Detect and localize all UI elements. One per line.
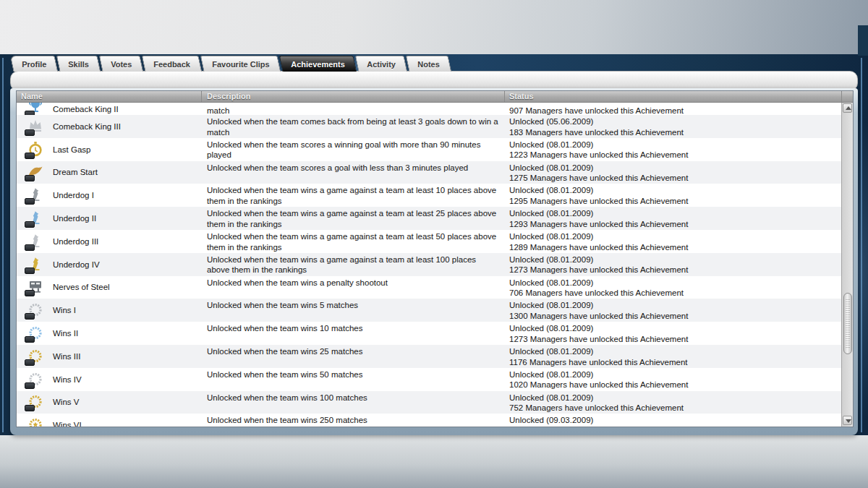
wing-icon (27, 163, 44, 181)
table-row[interactable]: Dream Start Unlocked when the team score… (17, 161, 841, 184)
achievement-description: match (202, 103, 505, 115)
achievement-name: Underdog II (53, 214, 96, 223)
table-row[interactable]: Comeback King II match 907 Managers have… (17, 103, 841, 115)
icon-language-badge (25, 382, 35, 389)
tab-achievements[interactable]: Achievements (279, 56, 357, 72)
tab-favourite-clips[interactable]: Favourite Clips (200, 56, 281, 72)
table-row[interactable]: Nerves of Steel Unlocked when the team w… (17, 276, 841, 299)
achievement-status: Unlocked (08.01.2009)706 Managers have u… (505, 276, 841, 299)
column-header-description[interactable]: Description (202, 91, 505, 102)
wolf-icon (27, 187, 44, 204)
tab-skills[interactable]: Skills (56, 56, 101, 72)
text-line: Unlocked (08.01.2009) (509, 323, 841, 334)
achievement-status: Unlocked (08.01.2009)752 Managers have u… (505, 391, 841, 414)
table-row[interactable]: Underdog IV Unlocked when the team wins … (17, 253, 841, 276)
text-line: Unlocked (08.01.2009) (509, 369, 841, 380)
achievement-description: Unlocked when the team wins a penalty sh… (202, 276, 505, 299)
tab-label: Notes (417, 60, 440, 69)
achievement-status: Unlocked (08.01.2009)1273 Managers have … (505, 253, 841, 276)
text-line: them in the rankings (207, 196, 505, 207)
text-line: Unlocked (08.01.2009) (509, 208, 841, 219)
table-body: Comeback King II match 907 Managers have… (17, 103, 841, 427)
column-header-name[interactable]: Name (17, 91, 202, 102)
triangle-down-icon (846, 419, 851, 423)
tab-notes[interactable]: Notes (405, 56, 451, 72)
achievement-name: Wins V (53, 398, 79, 406)
achievement-status: Unlocked (05.06.2009)183 Managers have u… (505, 115, 841, 138)
tab-profile[interactable]: Profile (10, 56, 59, 72)
achievement-status: Unlocked (08.01.2009)1223 Managers have … (505, 138, 841, 161)
tab-activity[interactable]: Activity (355, 56, 407, 72)
achievement-name-cell: Wins IV (17, 368, 202, 391)
scrollbar-thumb[interactable] (843, 293, 852, 354)
table-row[interactable]: Underdog III Unlocked when the team wins… (17, 230, 841, 253)
text-line: them in the rankings (207, 219, 505, 230)
table-row[interactable]: Underdog I Unlocked when the team wins a… (17, 184, 841, 207)
text-line: Unlocked (08.01.2009) (509, 231, 841, 242)
text-line: Unlocked (08.01.2009) (509, 346, 841, 357)
table-row[interactable]: Wins II Unlocked when the team wins 10 m… (17, 322, 841, 345)
achievement-name-cell: Underdog II (17, 207, 202, 230)
achievement-name: Comeback King III (53, 122, 121, 131)
icon-language-badge (25, 153, 35, 159)
achievement-name-cell: Underdog IV (17, 253, 202, 276)
text-line: Unlocked when the team wins a game again… (207, 254, 505, 265)
text-line: Unlocked when the team wins a game again… (207, 231, 505, 242)
text-line: Unlocked (08.01.2009) (509, 393, 841, 403)
table-row[interactable]: Wins V Unlocked when the team wins 100 m… (17, 391, 841, 414)
crown-icon (27, 118, 44, 135)
achievement-status: Unlocked (08.01.2009)1273 Managers have … (505, 322, 841, 345)
scroll-down-button[interactable] (843, 416, 852, 425)
achievement-description: Unlocked when the team wins 100 matches (202, 391, 505, 414)
text-line: Unlocked (09.03.2009) (509, 415, 841, 426)
scoreboard-icon (27, 278, 44, 296)
achievement-description: Unlocked when the team wins 50 matches (202, 368, 505, 391)
achievement-name: Comeback King II (53, 105, 119, 114)
wreath-icon (27, 301, 44, 319)
text-line: 752 Managers have unlocked this Achievem… (509, 403, 841, 414)
achievements-window: Name Description Status Comeback King II… (10, 71, 858, 435)
icon-language-badge (25, 336, 35, 343)
achievement-description: Unlocked when the team wins 5 matches (202, 299, 505, 322)
achievement-name: Last Gasp (53, 145, 90, 154)
tab-label: Favourite Clips (212, 60, 269, 69)
text-line: Unlocked (08.01.2009) (509, 254, 841, 265)
tab-bar: ProfileSkillsVotesFeedbackFavourite Clip… (12, 56, 451, 71)
left-edge-highlight (2, 58, 4, 432)
table-row[interactable]: Wins III Unlocked when the team wins 25 … (17, 345, 841, 368)
text-line: 1273 Managers have unlocked this Achieve… (509, 334, 841, 345)
achievement-name: Dream Start (53, 168, 98, 176)
vertical-scrollbar[interactable] (841, 103, 853, 427)
icon-language-badge (25, 175, 35, 181)
achievement-name: Underdog IV (53, 260, 100, 269)
achievement-status: Unlocked (08.01.2009)1289 Managers have … (505, 230, 841, 253)
achievement-name: Underdog I (53, 191, 94, 200)
text-line: Unlocked when the team wins 10 matches (207, 323, 505, 334)
table-row[interactable]: Comeback King III Unlocked when the team… (17, 115, 841, 138)
icon-language-badge (25, 313, 35, 320)
text-line: 1295 Managers have unlocked this Achieve… (509, 196, 841, 207)
tab-votes[interactable]: Votes (99, 56, 144, 72)
corner-notch (858, 25, 868, 56)
scroll-up-button[interactable] (843, 103, 852, 113)
text-line: 706 Managers have unlocked this Achievem… (509, 288, 841, 299)
achievement-description: Unlocked when the team wins 10 matches (202, 322, 505, 345)
achievement-name-cell: Underdog I (17, 184, 202, 207)
table-row[interactable]: Wins IV Unlocked when the team wins 50 m… (17, 368, 841, 391)
tab-label: Activity (367, 60, 396, 69)
achievement-name-cell: Wins VI (17, 414, 202, 427)
column-header-status[interactable]: Status (505, 91, 841, 102)
achievement-status: Unlocked (08.01.2009)1020 Managers have … (505, 368, 841, 391)
table-header: Name Description Status (17, 91, 853, 103)
text-line: 1300 Managers have unlocked this Achieve… (509, 311, 841, 322)
text-line: 1223 Managers have unlocked this Achieve… (509, 150, 841, 160)
wolf-icon (27, 233, 44, 250)
table-row[interactable]: Underdog II Unlocked when the team wins … (17, 207, 841, 230)
achievement-name-cell: Wins V (17, 391, 202, 414)
table-row[interactable]: Last Gasp Unlocked when the team scores … (17, 138, 841, 161)
table-row[interactable]: Wins VI Unlocked when the team wins 250 … (17, 414, 841, 427)
achievement-description: Unlocked when the team wins a game again… (202, 230, 505, 253)
achievement-name: Wins I (53, 306, 76, 314)
tab-feedback[interactable]: Feedback (142, 56, 202, 72)
table-row[interactable]: Wins I Unlocked when the team wins 5 mat… (17, 299, 841, 322)
